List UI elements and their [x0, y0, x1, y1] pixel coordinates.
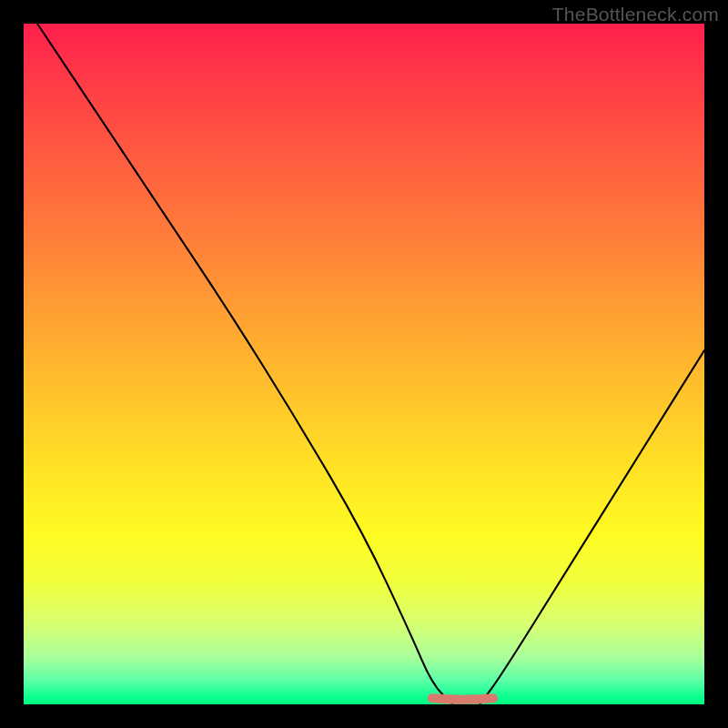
- curve-left: [37, 24, 452, 704]
- curve-right: [480, 350, 704, 704]
- watermark-text: TheBottleneck.com: [552, 4, 719, 25]
- band-lines: [24, 661, 704, 690]
- curve-layer: [24, 24, 704, 704]
- trough-highlight: [432, 698, 493, 700]
- plot-area: [24, 24, 704, 704]
- chart-frame: TheBottleneck.com: [0, 0, 728, 728]
